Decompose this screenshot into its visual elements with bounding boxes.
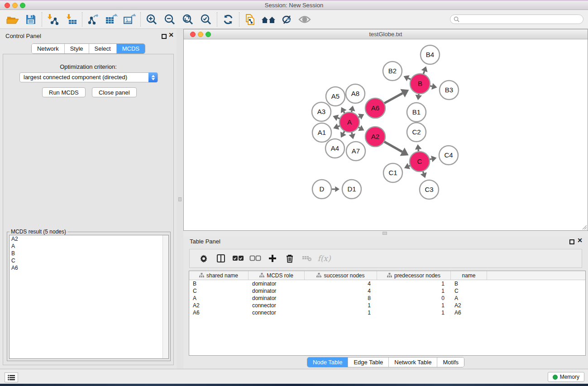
task-history-button[interactable] <box>5 372 18 382</box>
resize-grip-icon[interactable] <box>581 224 587 230</box>
status-bar: Memory <box>0 369 588 384</box>
column-header-predecessor-nodes[interactable]: predecessor nodes <box>377 271 451 280</box>
cell-name: A <box>451 295 487 302</box>
column-header-shared-name[interactable]: shared name <box>189 271 249 280</box>
split-columns-button[interactable] <box>212 252 229 265</box>
network-window-titlebar: testGlobe.txt <box>184 29 588 39</box>
tab-node-table[interactable]: Node Table <box>307 357 349 367</box>
column-header-successor-nodes[interactable]: successor nodes <box>305 271 377 280</box>
tab-network-table[interactable]: Network Table <box>389 357 437 367</box>
deselect-all-checkboxes-button[interactable] <box>247 252 264 265</box>
zoom-out-button[interactable] <box>161 12 179 27</box>
table-row[interactable]: A6connector11A6 <box>189 309 585 316</box>
mcds-result-item[interactable]: A6 <box>10 264 168 272</box>
cell-successor-nodes: 8 <box>305 295 377 302</box>
scrollbar-track[interactable] <box>163 235 168 358</box>
column-header-name[interactable]: name <box>451 271 487 280</box>
import-network-button[interactable] <box>44 12 62 27</box>
delete-table-button[interactable] <box>298 252 316 265</box>
tab-network[interactable]: Network <box>32 44 65 53</box>
zoom-in-button[interactable] <box>143 12 161 27</box>
close-panel-button[interactable]: ✕ <box>577 238 583 243</box>
control-panel-title: Control Panel <box>5 33 41 39</box>
column-header-MCDS-role[interactable]: MCDS role <box>249 271 305 280</box>
edge-A6-B[interactable] <box>383 93 403 104</box>
vertical-splitter[interactable] <box>177 29 183 369</box>
style-preview-button[interactable] <box>277 12 296 27</box>
splitter-handle[interactable] <box>382 232 387 235</box>
tab-motifs[interactable]: Motifs <box>437 357 464 367</box>
memory-button[interactable]: Memory <box>548 372 584 382</box>
node-table[interactable]: shared nameMCDS rolesuccessor nodesprede… <box>189 271 586 356</box>
main-titlebar: Session: New Session <box>0 0 588 10</box>
mcds-result-title: MCDS result (5 nodes) <box>10 229 67 235</box>
horizontal-splitter[interactable] <box>183 231 588 236</box>
open-folder-icon <box>6 14 19 25</box>
table-row[interactable]: Bdominator41B <box>189 280 585 287</box>
run-mcds-button[interactable]: Run MCDS <box>42 87 86 97</box>
refresh-button[interactable] <box>219 12 237 27</box>
float-panel-button[interactable] <box>162 33 167 41</box>
network-graph[interactable]: B4B2BB3B1A5A8A6A3AA1A2A4A7C2CC4C1C3DD1 <box>184 39 588 230</box>
export-table-button[interactable] <box>102 12 120 27</box>
export-network-button[interactable] <box>84 12 102 27</box>
node-label-A6: A6 <box>371 104 379 112</box>
plus-icon <box>268 254 277 263</box>
node-label-D: D <box>320 185 325 193</box>
save-session-button[interactable] <box>22 12 40 27</box>
settings-gear-button[interactable] <box>195 252 212 265</box>
show-hide-button[interactable] <box>296 12 314 27</box>
open-session-button[interactable] <box>4 12 22 27</box>
import-table-button[interactable] <box>62 12 80 27</box>
search-field[interactable] <box>450 14 583 24</box>
zoom-out-icon <box>164 14 176 25</box>
table-row[interactable]: Cdominator41C <box>189 287 585 295</box>
mcds-result-list[interactable]: A2ABCA6 <box>9 235 169 359</box>
close-panel-button[interactable]: ✕ <box>168 33 174 38</box>
delete-column-button[interactable] <box>281 252 298 265</box>
mcds-result-item[interactable]: A2 <box>10 235 168 243</box>
mcds-result-item[interactable]: B <box>10 250 168 257</box>
tab-mcds[interactable]: MCDS <box>117 44 145 53</box>
splitter-handle[interactable] <box>178 197 182 201</box>
tab-select[interactable]: Select <box>89 44 117 53</box>
table-header-row: shared nameMCDS rolesuccessor nodesprede… <box>189 271 585 280</box>
tab-edge-table[interactable]: Edge Table <box>348 357 389 367</box>
criterion-select[interactable]: largest connected component (directed) <box>19 72 158 82</box>
cell-successor-nodes: 1 <box>305 302 377 309</box>
select-all-checkboxes-button[interactable] <box>229 252 247 265</box>
edge-A2-C[interactable] <box>383 141 402 152</box>
mcds-tab-content: Optimization criterion: largest connecte… <box>3 54 174 365</box>
mcds-result-item[interactable]: C <box>10 257 168 264</box>
zoom-selected-button[interactable] <box>197 12 215 27</box>
export-image-button[interactable] <box>120 12 139 27</box>
table-panel-title: Table Panel <box>190 238 220 245</box>
table-row[interactable]: Adominator80A <box>189 295 585 302</box>
new-network-from-selection-button[interactable] <box>241 12 259 27</box>
mcds-result-item[interactable]: A <box>10 243 168 250</box>
zoom-fit-button[interactable] <box>179 12 197 27</box>
column-label: name <box>462 272 475 279</box>
arrowhead-icon <box>349 105 355 111</box>
tab-style[interactable]: Style <box>65 44 89 53</box>
function-builder-button[interactable]: f(x) <box>316 252 333 265</box>
style-preview-icon <box>280 14 293 25</box>
column-label: MCDS role <box>267 272 293 279</box>
table-row[interactable]: A2connector11A2 <box>189 302 585 309</box>
cell-shared-name: C <box>189 287 249 295</box>
float-panel-button[interactable] <box>569 238 574 246</box>
network-canvas[interactable]: B4B2BB3B1A5A8A6A3AA1A2A4A7C2CC4C1C3DD1 <box>184 39 588 230</box>
gear-icon <box>199 254 208 263</box>
close-panel-button-action[interactable]: Close panel <box>92 87 137 97</box>
home-button[interactable] <box>259 12 277 27</box>
node-label-B4: B4 <box>426 51 434 58</box>
node-label-A4: A4 <box>331 144 339 152</box>
optimization-criterion-label: Optimization criterion: <box>3 63 173 70</box>
tree-hierarchy-icon <box>199 272 204 279</box>
search-input[interactable] <box>459 16 583 23</box>
tree-hierarchy-icon <box>387 272 392 279</box>
search-icon <box>454 16 459 22</box>
node-label-A2: A2 <box>371 133 379 140</box>
add-column-button[interactable] <box>264 252 281 265</box>
node-label-A8: A8 <box>351 90 359 97</box>
